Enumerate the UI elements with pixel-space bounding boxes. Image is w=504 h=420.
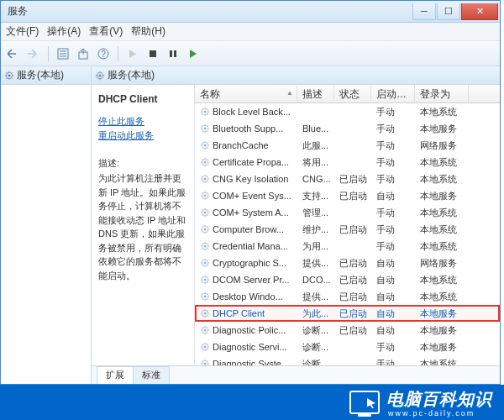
properties-icon[interactable]: [55, 46, 71, 61]
cell-desc: 支持...: [297, 190, 334, 202]
back-icon[interactable]: [6, 46, 21, 61]
bottom-tabs: 扩展 标准: [92, 365, 500, 384]
toolbar-separator: [118, 46, 118, 61]
menu-file[interactable]: 文件(F): [6, 24, 39, 39]
cell-logon: 本地系统: [415, 223, 469, 236]
col-header-state[interactable]: 状态: [334, 85, 371, 102]
col-header-logon[interactable]: 登录为: [415, 85, 469, 102]
window-buttons: ─ ☐ ✕: [412, 3, 498, 20]
service-row[interactable]: Block Level Back...手动本地系统: [195, 103, 500, 120]
service-row[interactable]: Diagnostic Syste...诊断...手动本地系统: [195, 355, 500, 365]
service-row[interactable]: DCOM Server Pr...DCO...已启动自动本地系统: [195, 271, 500, 288]
watermark-text: 电脑百科知识: [386, 388, 492, 411]
cell-name: Block Level Back...: [195, 107, 297, 117]
cell-state: 已启动: [334, 223, 371, 236]
cell-name: COM+ System A...: [195, 207, 297, 218]
service-gear-icon: [200, 191, 210, 201]
cell-logon: 本地系统: [415, 274, 469, 286]
stop-icon[interactable]: [145, 46, 160, 61]
content-pane: 服务(本地) DHCP Client 停止此服务 重启动此服务 描述: 为此计算…: [92, 66, 500, 384]
service-gear-icon: [200, 325, 210, 335]
svg-text:?: ?: [101, 50, 106, 59]
service-row[interactable]: Computer Brow...维护...已启动手动本地系统: [195, 221, 500, 238]
pause-icon[interactable]: [165, 46, 181, 61]
service-row[interactable]: Credential Mana...为用...手动本地系统: [195, 238, 500, 255]
cell-desc: DCO...: [297, 275, 334, 285]
service-gear-icon: [200, 174, 210, 184]
watermark-monitor-icon: [349, 391, 380, 414]
cell-desc: 诊断...: [297, 324, 334, 337]
cell-logon: 本地服务: [415, 307, 469, 320]
cell-state: 已启动: [334, 190, 371, 202]
menu-bar: 文件(F) 操作(A) 查看(V) 帮助(H): [1, 23, 500, 41]
cell-desc: 为用...: [297, 240, 334, 253]
stop-service-link[interactable]: 停止此服务: [98, 115, 189, 128]
col-header-stype[interactable]: 启动类型: [371, 85, 415, 102]
menu-action[interactable]: 操作(A): [47, 24, 81, 39]
cell-name: DHCP Client: [195, 308, 297, 318]
svg-point-34: [204, 296, 207, 298]
services-icon: [4, 71, 14, 81]
close-button[interactable]: ✕: [461, 3, 498, 20]
cell-logon: 本地系统: [415, 240, 469, 253]
service-gear-icon: [200, 275, 210, 285]
service-gear-icon: [200, 342, 210, 352]
forward-icon[interactable]: [26, 46, 41, 61]
cell-name: Credential Mana...: [195, 241, 297, 251]
cell-stype: 手动: [371, 123, 415, 135]
cell-stype: 自动: [371, 324, 415, 337]
service-row[interactable]: Diagnostic Polic...诊断...已启动自动本地服务: [195, 322, 500, 339]
cell-logon: 本地系统: [415, 156, 469, 169]
svg-point-36: [204, 312, 207, 315]
service-gear-icon: [200, 207, 210, 218]
cell-state: 已启动: [334, 291, 371, 303]
service-row[interactable]: COM+ Event Sys...支持...已启动自动本地服务: [195, 187, 500, 204]
service-row[interactable]: Certificate Propa...将用...手动本地系统: [195, 154, 500, 171]
export-icon[interactable]: [76, 46, 91, 61]
service-gear-icon: [200, 224, 210, 234]
cell-logon: 网络服务: [415, 257, 469, 270]
cell-stype: 手动: [371, 156, 415, 169]
service-row[interactable]: BranchCache此服...手动网络服务: [195, 137, 500, 154]
nav-body: [1, 85, 91, 384]
service-gear-icon: [200, 241, 210, 251]
cell-name: CNG Key Isolation: [195, 174, 297, 184]
play-icon[interactable]: [125, 46, 140, 61]
service-row[interactable]: Desktop Windo...提供...已启动自动本地系统: [195, 288, 500, 305]
service-row[interactable]: COM+ System A...管理...手动本地系统: [195, 204, 500, 221]
menu-view[interactable]: 查看(V): [89, 24, 123, 39]
service-row[interactable]: CNG Key IsolationCNG...已启动手动本地系统: [195, 171, 500, 187]
svg-point-16: [204, 144, 207, 147]
tab-extended[interactable]: 扩展: [97, 366, 134, 384]
svg-point-30: [204, 262, 207, 265]
cell-stype: 手动: [371, 207, 415, 219]
nav-root[interactable]: 服务(本地): [1, 66, 91, 85]
service-row[interactable]: Diagnostic Servi...诊断...手动本地服务: [195, 339, 500, 355]
list-body[interactable]: Block Level Back...手动本地系统Bluetooth Supp.…: [195, 103, 500, 365]
restart-service-link[interactable]: 重启动此服务: [98, 129, 189, 142]
cell-stype: 手动: [371, 223, 415, 236]
svg-point-14: [204, 128, 207, 130]
col-header-name[interactable]: 名称: [195, 85, 297, 102]
cell-logon: 本地服务: [415, 324, 469, 337]
restart-icon[interactable]: [186, 46, 201, 61]
cell-logon: 本地系统: [415, 207, 469, 219]
cell-stype: 自动: [371, 190, 415, 202]
cell-desc: 诊断...: [297, 358, 334, 366]
service-row[interactable]: DHCP Client为此...已启动自动本地服务: [195, 305, 500, 322]
tab-standard[interactable]: 标准: [133, 366, 170, 384]
nav-root-label: 服务(本地): [17, 68, 64, 82]
service-row[interactable]: Cryptographic S...提供...已启动自动网络服务: [195, 255, 500, 271]
service-row[interactable]: Bluetooth Supp...Blue...手动本地服务: [195, 120, 500, 137]
help-icon[interactable]: ?: [96, 46, 111, 61]
maximize-button[interactable]: ☐: [437, 3, 460, 20]
col-header-desc[interactable]: 描述: [297, 85, 334, 102]
svg-rect-4: [150, 50, 156, 57]
content-header: 服务(本地): [92, 66, 500, 85]
cell-logon: 本地系统: [415, 106, 469, 118]
cell-stype: 自动: [371, 257, 415, 270]
cell-logon: 本地服务: [415, 123, 469, 135]
menu-help[interactable]: 帮助(H): [131, 24, 165, 39]
minimize-button[interactable]: ─: [412, 3, 436, 20]
window-title: 服务: [1, 4, 412, 18]
